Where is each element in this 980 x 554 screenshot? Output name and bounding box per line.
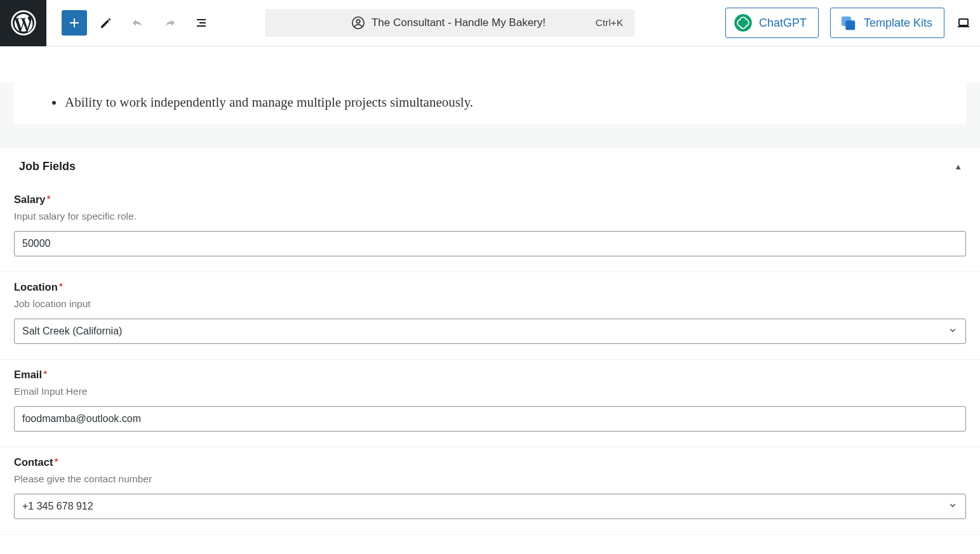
svg-rect-5 — [845, 20, 855, 30]
field-contact: Contact* Please give the contact number — [0, 447, 980, 535]
salary-input[interactable] — [14, 231, 966, 256]
toolbar-right-group: ChatGPT Template Kits — [725, 8, 974, 38]
svg-rect-6 — [959, 19, 968, 25]
field-salary: Salary* Input salary for specific role. — [0, 185, 980, 272]
undo-icon — [130, 15, 145, 30]
chatgpt-icon — [734, 13, 753, 32]
block-inserter-button[interactable] — [62, 10, 87, 36]
field-location: Location* Job location input — [0, 272, 980, 360]
tools-edit-button[interactable] — [93, 10, 119, 36]
chatgpt-button-label: ChatGPT — [759, 16, 807, 30]
bullet-icon — [52, 101, 56, 105]
laptop-icon — [956, 15, 971, 30]
document-title-text: The Consultant - Handle My Bakery! — [372, 16, 546, 29]
undo-button[interactable] — [125, 10, 151, 36]
author-avatar-icon — [351, 16, 365, 30]
redo-icon — [162, 15, 177, 30]
required-indicator: * — [43, 369, 47, 380]
preview-device-button[interactable] — [956, 15, 971, 30]
plus-icon — [67, 15, 82, 30]
requirement-text: Ability to work independently and manage… — [65, 93, 473, 113]
salary-help-text: Input salary for specific role. — [14, 211, 966, 222]
chatgpt-button[interactable]: ChatGPT — [725, 8, 819, 38]
field-email: Email* Email Input Here — [0, 360, 980, 447]
salary-label: Salary — [14, 194, 46, 205]
template-kits-button-label: Template Kits — [864, 16, 932, 30]
contact-label: Contact — [14, 456, 53, 468]
pencil-icon — [98, 15, 114, 30]
template-kits-icon — [838, 13, 857, 32]
location-label: Location — [14, 281, 58, 293]
svg-point-2 — [356, 20, 360, 23]
email-input[interactable] — [14, 406, 966, 432]
job-fields-panel-toggle[interactable]: Job Fields ▲ — [0, 148, 980, 185]
wordpress-logo-icon — [11, 10, 36, 36]
email-label: Email — [14, 369, 42, 380]
contact-select[interactable] — [14, 494, 966, 519]
caret-up-icon: ▲ — [954, 162, 962, 171]
document-title-bar[interactable]: The Consultant - Handle My Bakery! Ctrl+… — [265, 9, 634, 37]
location-select[interactable] — [14, 319, 966, 344]
required-indicator: * — [47, 194, 51, 205]
outline-icon — [194, 15, 209, 30]
email-help-text: Email Input Here — [14, 386, 966, 397]
requirement-list-item[interactable]: Ability to work independently and manage… — [14, 82, 966, 124]
editor-canvas-scroll[interactable]: Ability to work independently and manage… — [0, 46, 980, 554]
location-help-text: Job location input — [14, 298, 966, 310]
redo-button[interactable] — [157, 10, 182, 36]
offscreen-content-spacer — [0, 46, 980, 82]
template-kits-button[interactable]: Template Kits — [830, 8, 944, 38]
job-fields-panel-title: Job Fields — [19, 160, 76, 173]
contact-help-text: Please give the contact number — [14, 473, 966, 485]
wordpress-logo-button[interactable] — [0, 0, 46, 46]
editor-top-toolbar: The Consultant - Handle My Bakery! Ctrl+… — [0, 0, 980, 46]
required-indicator: * — [59, 282, 63, 293]
requirements-block-tail: Ability to work independently and manage… — [0, 82, 980, 148]
required-indicator: * — [54, 457, 58, 468]
command-palette-shortcut: Ctrl+K — [596, 17, 624, 29]
document-outline-button[interactable] — [189, 10, 214, 36]
